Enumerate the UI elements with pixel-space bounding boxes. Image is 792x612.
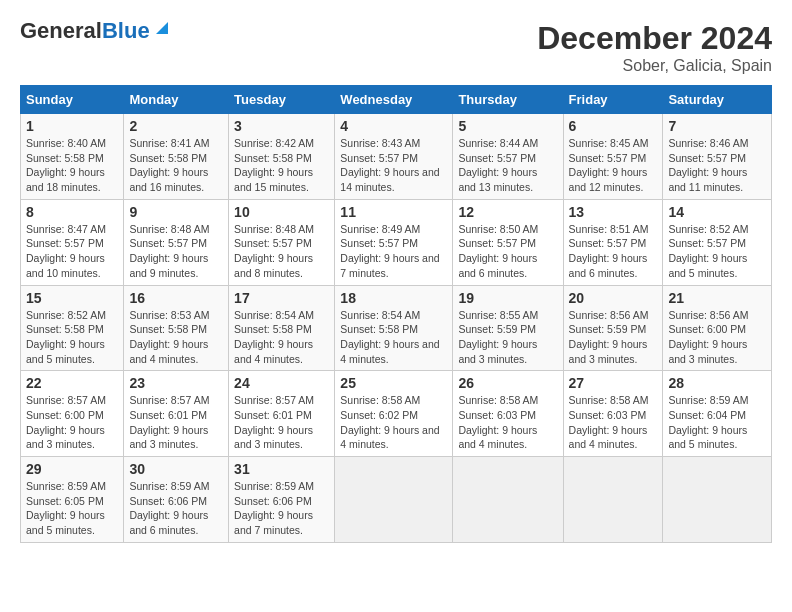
day-info: Sunrise: 8:51 AM Sunset: 5:57 PM Dayligh… [569,222,658,281]
day-number: 18 [340,290,447,306]
day-info: Sunrise: 8:57 AM Sunset: 6:01 PM Dayligh… [234,393,329,452]
day-number: 25 [340,375,447,391]
table-row: 13 Sunrise: 8:51 AM Sunset: 5:57 PM Dayl… [563,199,663,285]
page-header: GeneralBlue December 2024 Sober, Galicia… [20,20,772,75]
page-subtitle: Sober, Galicia, Spain [537,57,772,75]
day-info: Sunrise: 8:48 AM Sunset: 5:57 PM Dayligh… [129,222,223,281]
table-row [563,457,663,543]
day-number: 1 [26,118,118,134]
day-number: 3 [234,118,329,134]
logo: GeneralBlue [20,20,150,42]
day-number: 14 [668,204,766,220]
col-tuesday: Tuesday [229,86,335,114]
day-info: Sunrise: 8:42 AM Sunset: 5:58 PM Dayligh… [234,136,329,195]
table-row: 16 Sunrise: 8:53 AM Sunset: 5:58 PM Dayl… [124,285,229,371]
table-row: 4 Sunrise: 8:43 AM Sunset: 5:57 PM Dayli… [335,114,453,200]
day-info: Sunrise: 8:40 AM Sunset: 5:58 PM Dayligh… [26,136,118,195]
day-number: 7 [668,118,766,134]
table-row: 24 Sunrise: 8:57 AM Sunset: 6:01 PM Dayl… [229,371,335,457]
day-info: Sunrise: 8:56 AM Sunset: 5:59 PM Dayligh… [569,308,658,367]
day-number: 9 [129,204,223,220]
day-info: Sunrise: 8:57 AM Sunset: 6:01 PM Dayligh… [129,393,223,452]
day-info: Sunrise: 8:53 AM Sunset: 5:58 PM Dayligh… [129,308,223,367]
table-row: 20 Sunrise: 8:56 AM Sunset: 5:59 PM Dayl… [563,285,663,371]
table-row: 29 Sunrise: 8:59 AM Sunset: 6:05 PM Dayl… [21,457,124,543]
table-row: 26 Sunrise: 8:58 AM Sunset: 6:03 PM Dayl… [453,371,563,457]
table-row: 30 Sunrise: 8:59 AM Sunset: 6:06 PM Dayl… [124,457,229,543]
day-info: Sunrise: 8:47 AM Sunset: 5:57 PM Dayligh… [26,222,118,281]
day-info: Sunrise: 8:59 AM Sunset: 6:05 PM Dayligh… [26,479,118,538]
col-sunday: Sunday [21,86,124,114]
day-info: Sunrise: 8:44 AM Sunset: 5:57 PM Dayligh… [458,136,557,195]
day-info: Sunrise: 8:50 AM Sunset: 5:57 PM Dayligh… [458,222,557,281]
day-number: 4 [340,118,447,134]
day-number: 24 [234,375,329,391]
day-number: 23 [129,375,223,391]
logo-text: GeneralBlue [20,18,150,43]
day-info: Sunrise: 8:58 AM Sunset: 6:02 PM Dayligh… [340,393,447,452]
day-info: Sunrise: 8:52 AM Sunset: 5:58 PM Dayligh… [26,308,118,367]
table-row: 6 Sunrise: 8:45 AM Sunset: 5:57 PM Dayli… [563,114,663,200]
day-info: Sunrise: 8:55 AM Sunset: 5:59 PM Dayligh… [458,308,557,367]
calendar-table: Sunday Monday Tuesday Wednesday Thursday… [20,85,772,543]
table-row: 15 Sunrise: 8:52 AM Sunset: 5:58 PM Dayl… [21,285,124,371]
table-row: 22 Sunrise: 8:57 AM Sunset: 6:00 PM Dayl… [21,371,124,457]
day-info: Sunrise: 8:59 AM Sunset: 6:06 PM Dayligh… [129,479,223,538]
table-row: 2 Sunrise: 8:41 AM Sunset: 5:58 PM Dayli… [124,114,229,200]
table-row: 21 Sunrise: 8:56 AM Sunset: 6:00 PM Dayl… [663,285,772,371]
day-info: Sunrise: 8:52 AM Sunset: 5:57 PM Dayligh… [668,222,766,281]
table-row: 11 Sunrise: 8:49 AM Sunset: 5:57 PM Dayl… [335,199,453,285]
day-number: 2 [129,118,223,134]
calendar-header-row: Sunday Monday Tuesday Wednesday Thursday… [21,86,772,114]
table-row: 17 Sunrise: 8:54 AM Sunset: 5:58 PM Dayl… [229,285,335,371]
table-row: 27 Sunrise: 8:58 AM Sunset: 6:03 PM Dayl… [563,371,663,457]
day-number: 13 [569,204,658,220]
calendar-week-row: 1 Sunrise: 8:40 AM Sunset: 5:58 PM Dayli… [21,114,772,200]
calendar-week-row: 22 Sunrise: 8:57 AM Sunset: 6:00 PM Dayl… [21,371,772,457]
day-number: 16 [129,290,223,306]
day-number: 10 [234,204,329,220]
calendar-week-row: 15 Sunrise: 8:52 AM Sunset: 5:58 PM Dayl… [21,285,772,371]
day-info: Sunrise: 8:57 AM Sunset: 6:00 PM Dayligh… [26,393,118,452]
table-row: 25 Sunrise: 8:58 AM Sunset: 6:02 PM Dayl… [335,371,453,457]
day-number: 19 [458,290,557,306]
day-number: 5 [458,118,557,134]
day-info: Sunrise: 8:58 AM Sunset: 6:03 PM Dayligh… [458,393,557,452]
table-row: 14 Sunrise: 8:52 AM Sunset: 5:57 PM Dayl… [663,199,772,285]
table-row: 12 Sunrise: 8:50 AM Sunset: 5:57 PM Dayl… [453,199,563,285]
day-number: 12 [458,204,557,220]
table-row: 3 Sunrise: 8:42 AM Sunset: 5:58 PM Dayli… [229,114,335,200]
col-friday: Friday [563,86,663,114]
day-info: Sunrise: 8:56 AM Sunset: 6:00 PM Dayligh… [668,308,766,367]
calendar-week-row: 29 Sunrise: 8:59 AM Sunset: 6:05 PM Dayl… [21,457,772,543]
table-row [335,457,453,543]
day-number: 17 [234,290,329,306]
table-row [453,457,563,543]
table-row: 10 Sunrise: 8:48 AM Sunset: 5:57 PM Dayl… [229,199,335,285]
day-info: Sunrise: 8:58 AM Sunset: 6:03 PM Dayligh… [569,393,658,452]
page-title: December 2024 [537,20,772,57]
col-wednesday: Wednesday [335,86,453,114]
day-number: 15 [26,290,118,306]
day-number: 30 [129,461,223,477]
day-info: Sunrise: 8:48 AM Sunset: 5:57 PM Dayligh… [234,222,329,281]
day-number: 6 [569,118,658,134]
day-info: Sunrise: 8:54 AM Sunset: 5:58 PM Dayligh… [340,308,447,367]
day-info: Sunrise: 8:45 AM Sunset: 5:57 PM Dayligh… [569,136,658,195]
table-row: 8 Sunrise: 8:47 AM Sunset: 5:57 PM Dayli… [21,199,124,285]
day-number: 29 [26,461,118,477]
day-number: 28 [668,375,766,391]
table-row: 7 Sunrise: 8:46 AM Sunset: 5:57 PM Dayli… [663,114,772,200]
day-info: Sunrise: 8:43 AM Sunset: 5:57 PM Dayligh… [340,136,447,195]
col-monday: Monday [124,86,229,114]
day-number: 21 [668,290,766,306]
table-row: 28 Sunrise: 8:59 AM Sunset: 6:04 PM Dayl… [663,371,772,457]
day-number: 8 [26,204,118,220]
day-info: Sunrise: 8:59 AM Sunset: 6:06 PM Dayligh… [234,479,329,538]
col-saturday: Saturday [663,86,772,114]
day-info: Sunrise: 8:41 AM Sunset: 5:58 PM Dayligh… [129,136,223,195]
day-info: Sunrise: 8:49 AM Sunset: 5:57 PM Dayligh… [340,222,447,281]
calendar-week-row: 8 Sunrise: 8:47 AM Sunset: 5:57 PM Dayli… [21,199,772,285]
day-number: 11 [340,204,447,220]
col-thursday: Thursday [453,86,563,114]
